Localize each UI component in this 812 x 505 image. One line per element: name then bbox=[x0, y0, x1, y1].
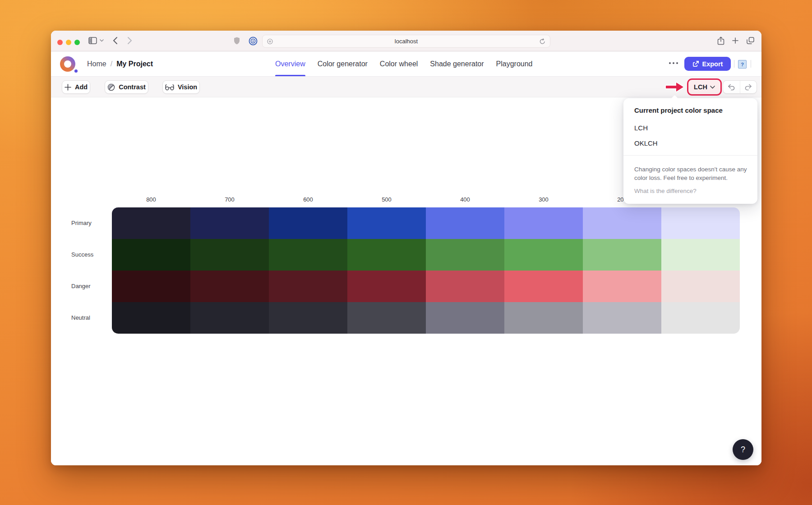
broken-image-icon: ? bbox=[738, 60, 747, 69]
privacy-shield-icon[interactable] bbox=[234, 37, 240, 45]
desktop-wallpaper: localhost bbox=[0, 0, 812, 505]
page-settings-icon[interactable] bbox=[267, 38, 273, 44]
swatch-danger[interactable] bbox=[269, 271, 347, 302]
glasses-icon bbox=[165, 84, 174, 91]
close-window-button[interactable] bbox=[57, 40, 63, 45]
toolbar: Add Contrast bbox=[51, 77, 761, 97]
swatch-success[interactable] bbox=[347, 239, 426, 271]
forward-icon[interactable] bbox=[127, 37, 132, 45]
help-button[interactable]: ? bbox=[733, 439, 753, 460]
undo-button[interactable] bbox=[723, 81, 740, 93]
contrast-label: Contrast bbox=[119, 83, 146, 91]
annotation-arrow-icon bbox=[664, 81, 685, 93]
swatch-success[interactable] bbox=[269, 239, 347, 271]
app-logo-dot bbox=[74, 69, 78, 73]
palette-grid bbox=[112, 207, 740, 334]
vision-button[interactable]: Vision bbox=[162, 80, 200, 94]
swatch-primary[interactable] bbox=[661, 207, 740, 239]
app-header: Home / My Project Overview Color generat… bbox=[51, 51, 761, 77]
column-header: 600 bbox=[269, 196, 347, 203]
column-header: 500 bbox=[347, 196, 426, 203]
swatch-neutral[interactable] bbox=[347, 302, 426, 334]
tab-overview-icon[interactable] bbox=[747, 37, 754, 44]
breadcrumb-project: My Project bbox=[116, 60, 153, 68]
chevron-down-icon bbox=[710, 86, 715, 89]
breadcrumb: Home / My Project bbox=[87, 51, 153, 76]
minimize-window-button[interactable] bbox=[66, 40, 71, 45]
breadcrumb-separator: / bbox=[111, 60, 112, 68]
export-icon bbox=[692, 60, 699, 67]
swatch-success[interactable] bbox=[426, 239, 504, 271]
swatch-primary[interactable] bbox=[426, 207, 504, 239]
option-oklch[interactable]: OKLCH bbox=[623, 136, 757, 150]
swatch-success[interactable] bbox=[583, 239, 661, 271]
browser-chrome: localhost bbox=[51, 31, 761, 51]
swatch-danger[interactable] bbox=[426, 271, 504, 302]
swatch-neutral[interactable] bbox=[504, 302, 583, 334]
swatch-success[interactable] bbox=[190, 239, 269, 271]
swatch-danger[interactable] bbox=[504, 271, 583, 302]
password-extension-icon[interactable] bbox=[249, 37, 258, 46]
swatch-success[interactable] bbox=[661, 239, 740, 271]
add-label: Add bbox=[75, 83, 88, 91]
dropdown-note: Changing color spaces doesn't cause any … bbox=[634, 165, 748, 182]
swatch-danger[interactable] bbox=[190, 271, 269, 302]
difference-link[interactable]: What is the difference? bbox=[634, 188, 697, 194]
contrast-button[interactable]: Contrast bbox=[105, 80, 148, 94]
vision-label: Vision bbox=[178, 83, 197, 91]
swatch-primary[interactable] bbox=[269, 207, 347, 239]
reload-icon[interactable] bbox=[540, 38, 545, 45]
swatch-danger[interactable] bbox=[112, 271, 190, 302]
export-button[interactable]: Export bbox=[684, 57, 731, 71]
row-label: Primary bbox=[71, 207, 110, 239]
swatch-primary[interactable] bbox=[190, 207, 269, 239]
swatch-danger[interactable] bbox=[661, 271, 740, 302]
option-lch[interactable]: LCH bbox=[623, 121, 757, 134]
address-bar[interactable]: localhost bbox=[262, 35, 550, 48]
more-menu-button[interactable] bbox=[669, 62, 678, 64]
swatch-success[interactable] bbox=[504, 239, 583, 271]
row-label: Success bbox=[71, 239, 110, 271]
column-header: 300 bbox=[504, 196, 583, 203]
share-icon[interactable] bbox=[717, 37, 724, 45]
column-header: 700 bbox=[190, 196, 269, 203]
row-label: Neutral bbox=[71, 302, 110, 334]
swatch-neutral[interactable] bbox=[583, 302, 661, 334]
swatch-primary[interactable] bbox=[347, 207, 426, 239]
row-label: Danger bbox=[71, 271, 110, 302]
swatch-primary[interactable] bbox=[583, 207, 661, 239]
swatch-neutral[interactable] bbox=[661, 302, 740, 334]
contrast-icon bbox=[107, 83, 115, 91]
app-logo-icon[interactable] bbox=[60, 56, 75, 72]
swatch-success[interactable] bbox=[112, 239, 190, 271]
colorspace-label: LCH bbox=[694, 83, 707, 91]
column-header: 400 bbox=[426, 196, 504, 203]
swatch-primary[interactable] bbox=[112, 207, 190, 239]
back-icon[interactable] bbox=[113, 37, 118, 45]
sidebar-toggle-icon[interactable] bbox=[88, 37, 97, 44]
swatch-neutral[interactable] bbox=[112, 302, 190, 334]
tab-color-generator[interactable]: Color generator bbox=[318, 51, 368, 76]
new-tab-icon[interactable] bbox=[732, 37, 738, 44]
chevron-down-icon[interactable] bbox=[100, 39, 104, 42]
tab-playground[interactable]: Playground bbox=[496, 51, 533, 76]
browser-window: localhost bbox=[51, 31, 761, 465]
tab-overview[interactable]: Overview bbox=[275, 51, 305, 76]
add-color-button[interactable]: Add bbox=[62, 80, 90, 94]
swatch-danger[interactable] bbox=[583, 271, 661, 302]
swatch-neutral[interactable] bbox=[269, 302, 347, 334]
header-separator bbox=[751, 60, 751, 68]
swatch-primary[interactable] bbox=[504, 207, 583, 239]
url-text: localhost bbox=[395, 38, 418, 45]
zoom-window-button[interactable] bbox=[74, 40, 80, 45]
palette-row-labels: PrimarySuccessDangerNeutral bbox=[71, 207, 110, 334]
redo-button[interactable] bbox=[740, 81, 757, 93]
colorspace-dropdown-button[interactable]: LCH bbox=[687, 78, 722, 96]
export-label: Export bbox=[702, 60, 723, 68]
tab-shade-generator[interactable]: Shade generator bbox=[430, 51, 484, 76]
swatch-neutral[interactable] bbox=[426, 302, 504, 334]
tab-color-wheel[interactable]: Color wheel bbox=[380, 51, 418, 76]
breadcrumb-home-link[interactable]: Home bbox=[87, 60, 106, 68]
swatch-danger[interactable] bbox=[347, 271, 426, 302]
swatch-neutral[interactable] bbox=[190, 302, 269, 334]
